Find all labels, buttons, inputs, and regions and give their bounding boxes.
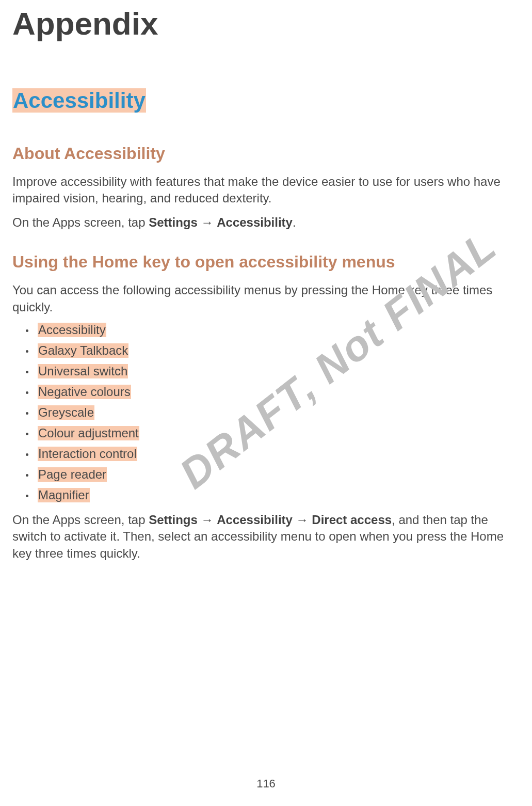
bullet-icon: [26, 350, 28, 353]
list-item-label: Universal switch: [38, 364, 128, 378]
arrow-text: →: [198, 215, 217, 229]
bold-accessibility: Accessibility: [217, 513, 293, 527]
list-item: Greyscale: [26, 405, 522, 420]
bullet-icon: [26, 329, 28, 332]
list-item: Interaction control: [26, 447, 522, 461]
arrow-text: →: [198, 513, 217, 527]
bold-direct-access: Direct access: [312, 513, 392, 527]
homekey-paragraph-1: You can access the following accessibili…: [12, 282, 522, 315]
text: On the Apps screen, tap: [12, 513, 149, 527]
bullet-icon: [26, 453, 28, 456]
bold-settings: Settings: [149, 215, 198, 229]
bullet-icon: [26, 391, 28, 394]
bold-accessibility: Accessibility: [217, 215, 293, 229]
about-paragraph-1: Improve accessibility with features that…: [12, 173, 522, 207]
subsection-about-accessibility: About Accessibility: [12, 144, 522, 163]
about-paragraph-2: On the Apps screen, tap Settings → Acces…: [12, 214, 522, 231]
bullet-icon: [26, 495, 28, 497]
text: On the Apps screen, tap: [12, 215, 149, 229]
list-item: Colour adjustment: [26, 426, 522, 440]
bullet-icon: [26, 412, 28, 415]
list-item-label: Magnifier: [38, 488, 90, 502]
list-item: Page reader: [26, 467, 522, 482]
list-item: Galaxy Talkback: [26, 343, 522, 358]
list-item-label: Page reader: [38, 467, 107, 482]
list-item-label: Negative colours: [38, 385, 131, 399]
list-item-label: Interaction control: [38, 447, 137, 461]
arrow-text: →: [293, 513, 312, 527]
page-title: Appendix: [12, 5, 522, 42]
page-number: 116: [0, 777, 532, 791]
subsection-home-key: Using the Home key to open accessibility…: [12, 252, 522, 272]
text: .: [293, 215, 296, 229]
list-item: Magnifier: [26, 488, 522, 502]
bold-settings: Settings: [149, 513, 198, 527]
list-item: Accessibility: [26, 323, 522, 337]
list-item-label: Greyscale: [38, 405, 94, 420]
bullet-icon: [26, 474, 28, 477]
list-item-label: Colour adjustment: [38, 426, 139, 440]
list-item-label: Accessibility: [38, 323, 106, 337]
bullet-icon: [26, 433, 28, 435]
list-item: Universal switch: [26, 364, 522, 378]
list-item-label: Galaxy Talkback: [38, 343, 128, 358]
list-item: Negative colours: [26, 385, 522, 399]
accessibility-menu-list: Accessibility Galaxy Talkback Universal …: [12, 323, 522, 502]
section-heading-accessibility: Accessibility: [12, 88, 522, 113]
bullet-icon: [26, 371, 28, 373]
homekey-paragraph-2: On the Apps screen, tap Settings → Acces…: [12, 512, 522, 562]
